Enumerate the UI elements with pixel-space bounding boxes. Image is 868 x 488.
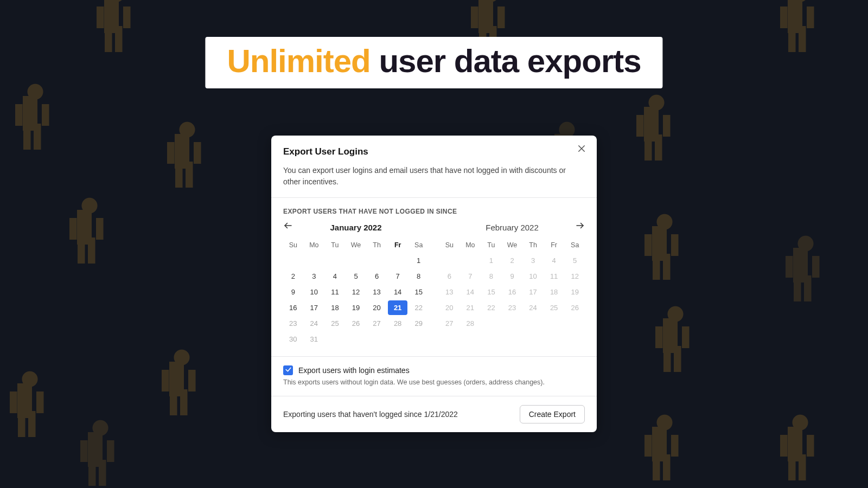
calendar-dow: Su (283, 238, 303, 252)
calendar-month-2-title: February 2022 (486, 223, 539, 232)
calendar-day[interactable]: 1 (409, 253, 429, 268)
bg-figure (5, 369, 54, 455)
calendar-day: 17 (523, 285, 543, 299)
calendar-day[interactable]: 19 (346, 300, 366, 315)
calendar-day: 2 (502, 253, 522, 268)
calendar-day[interactable]: 15 (409, 285, 429, 299)
bg-figure (640, 412, 689, 488)
bg-figure (76, 418, 125, 488)
calendar-next-button[interactable] (575, 221, 585, 233)
calendar-dow: Mo (304, 238, 324, 252)
calendar-day[interactable]: 12 (346, 285, 366, 299)
bg-figure (65, 195, 114, 282)
close-button[interactable] (574, 142, 589, 157)
bg-figure (157, 347, 206, 434)
calendar-day: 18 (544, 285, 564, 299)
calendar-day[interactable]: 26 (346, 316, 366, 331)
bg-figure (651, 304, 700, 390)
calendar-day[interactable]: 3 (304, 269, 324, 284)
bg-figure (632, 92, 681, 179)
calendar-day: 24 (523, 300, 543, 315)
calendar-day[interactable]: 22 (409, 300, 429, 315)
calendar-day[interactable]: 2 (283, 269, 303, 284)
calendar-dow: We (346, 238, 366, 252)
hero-rest: user data exports (371, 43, 641, 79)
calendar-day: 1 (481, 253, 501, 268)
calendar-day[interactable]: 17 (304, 300, 324, 315)
arrow-left-icon (283, 223, 293, 232)
calendar-day: 5 (565, 253, 585, 268)
calendar-day: 20 (439, 300, 459, 315)
calendar-dow: Th (523, 238, 543, 252)
close-icon (577, 144, 586, 156)
calendar-day[interactable]: 30 (283, 332, 303, 346)
create-export-button[interactable]: Create Export (520, 405, 585, 423)
calendar-day[interactable]: 31 (304, 332, 324, 346)
calendar-day[interactable]: 5 (346, 269, 366, 284)
calendar-day[interactable]: 24 (304, 316, 324, 331)
calendar-day: 14 (461, 285, 481, 299)
calendar-day: 13 (439, 285, 459, 299)
calendar-day[interactable]: 21 (388, 300, 408, 315)
bg-figure (781, 233, 830, 320)
calendar-day[interactable]: 16 (283, 300, 303, 315)
calendar-day: 23 (502, 300, 522, 315)
calendar-day: 6 (439, 269, 459, 284)
check-icon (285, 365, 292, 375)
calendar-day[interactable]: 11 (325, 285, 345, 299)
calendar-dow: Fr (388, 238, 408, 252)
calendar-day: 25 (544, 300, 564, 315)
calendar-day[interactable]: 7 (388, 269, 408, 284)
calendar-prev-button[interactable] (283, 221, 293, 233)
calendar-day: 16 (502, 285, 522, 299)
calendar-day: 3 (523, 253, 543, 268)
calendar-day[interactable]: 28 (388, 316, 408, 331)
calendar-day: 28 (461, 316, 481, 331)
calendar-day[interactable]: 4 (325, 269, 345, 284)
hero-banner: Unlimited user data exports (205, 37, 662, 88)
calendar-dow: Sa (565, 238, 585, 252)
calendar-day: 21 (461, 300, 481, 315)
calendar-day[interactable]: 18 (325, 300, 345, 315)
section-label: EXPORT USERS THAT HAVE NOT LOGGED IN SIN… (271, 198, 597, 220)
calendar-day: 11 (544, 269, 564, 284)
bg-figure (92, 0, 141, 70)
calendar-day: 19 (565, 285, 585, 299)
calendar-day: 7 (461, 269, 481, 284)
calendar-day[interactable]: 29 (409, 316, 429, 331)
calendar-day[interactable]: 20 (367, 300, 387, 315)
calendar-day[interactable]: 14 (388, 285, 408, 299)
calendar-dow: We (502, 238, 522, 252)
login-estimates-checkbox[interactable] (283, 365, 293, 375)
calendar-day[interactable]: 23 (283, 316, 303, 331)
calendar-day[interactable]: 9 (283, 285, 303, 299)
calendar-day: 8 (481, 269, 501, 284)
calendar-day[interactable]: 25 (325, 316, 345, 331)
calendar-dow: Su (439, 238, 459, 252)
calendar-day[interactable]: 27 (367, 316, 387, 331)
calendar-month-1-title: January 2022 (330, 223, 381, 232)
calendar-day[interactable]: 6 (367, 269, 387, 284)
calendar-day[interactable]: 10 (304, 285, 324, 299)
calendar-dow: Fr (544, 238, 564, 252)
calendar-day[interactable]: 13 (367, 285, 387, 299)
calendar-day: 27 (439, 316, 459, 331)
modal-description: You can export user logins and email use… (271, 165, 597, 197)
modal-footer: Exporting users that haven't logged sinc… (271, 396, 597, 432)
calendar-day: 15 (481, 285, 501, 299)
calendar-day[interactable]: 8 (409, 269, 429, 284)
calendar-day: 22 (481, 300, 501, 315)
calendar-dow: Mo (461, 238, 481, 252)
modal-header: Export User Logins (271, 136, 597, 165)
bg-figure (640, 211, 689, 298)
export-modal: Export User Logins You can export user l… (271, 136, 597, 432)
modal-title: Export User Logins (283, 146, 585, 157)
calendar-day: 9 (502, 269, 522, 284)
bg-figure (776, 412, 825, 488)
bg-figure (11, 81, 60, 168)
bg-figure (776, 0, 825, 70)
calendar-dual: January 2022 SuMoTuWeThFrSa1234567891011… (271, 220, 597, 356)
calendar-month-2: February 2022 SuMoTuWeThFrSa123456789101… (439, 220, 585, 346)
calendar-day: 12 (565, 269, 585, 284)
option-row: Export users with login estimates (271, 357, 597, 378)
